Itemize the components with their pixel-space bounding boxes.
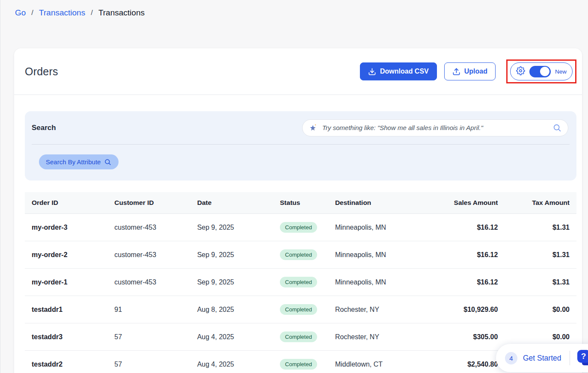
column-header: Status [273,192,328,214]
cell-sales-amount: $16.12 [433,241,505,269]
search-panel: Search [25,111,576,181]
breadcrumb-separator: / [91,9,93,17]
cell-status: Completed [273,296,328,323]
breadcrumb-separator: / [31,9,33,17]
table-row[interactable]: testaddr191Aug 8, 2025CompletedRochester… [25,296,576,323]
search-header-row: Search [25,111,576,144]
column-header: Order ID [25,192,107,214]
search-submit-icon[interactable] [552,123,562,133]
cell-date: Aug 4, 2025 [190,323,273,351]
cell-destination: Minneapolis, MN [328,269,433,296]
status-badge: Completed [280,359,317,370]
cell-destination: Rochester, NY [328,296,433,323]
upload-button[interactable]: Upload [444,62,496,80]
table-row[interactable]: my-order-2customer-453Sep 9, 2025Complet… [25,241,576,269]
cell-customer-id: customer-453 [107,214,190,241]
breadcrumb-link-go[interactable]: Go [15,8,26,18]
search-attribute-row: Search By Attribute [25,145,576,181]
page-title: Orders [25,65,58,78]
cell-order-id: testaddr3 [25,323,107,351]
table-row[interactable]: my-order-1customer-453Sep 9, 2025Complet… [25,269,576,296]
column-header: Sales Amount [433,192,505,214]
gear-icon[interactable] [516,66,525,77]
cell-customer-id: 91 [107,296,190,323]
cell-status: Completed [273,269,328,296]
cell-destination: Middletown, CT [328,351,433,373]
cell-customer-id: customer-453 [107,241,190,269]
ai-sparkle-icon [309,123,318,133]
get-started-widget[interactable]: 4 Get Started ? [496,344,588,372]
cell-order-id: my-order-3 [25,214,107,241]
column-header: Date [190,192,273,214]
widget-divider [570,351,570,365]
download-csv-button[interactable]: Download CSV [360,62,437,80]
cell-date: Sep 9, 2025 [190,214,273,241]
cell-tax-amount: $1.31 [505,214,576,241]
cell-status: Completed [273,241,328,269]
cell-order-id: my-order-2 [25,241,107,269]
ai-search [302,119,568,136]
new-view-toggle[interactable] [529,66,551,77]
orders-card: Orders Download CSV Upload [14,48,582,373]
cell-destination: Minneapolis, MN [328,241,433,269]
highlight-rectangle: New [506,59,576,83]
upload-icon [452,68,460,76]
cell-destination: Rochester, NY [328,323,433,351]
table-row[interactable]: my-order-3customer-453Sep 9, 2025Complet… [25,214,576,241]
cell-status: Completed [273,351,328,373]
cell-sales-amount: $305.00 [433,323,505,351]
upload-label: Upload [464,68,487,75]
search-by-attribute-button[interactable]: Search By Attribute [39,154,119,169]
toggle-knob [540,67,549,76]
cell-order-id: testaddr2 [25,351,107,373]
get-started-count-badge: 4 [505,352,517,364]
cell-status: Completed [273,323,328,351]
breadcrumb-link-transactions[interactable]: Transactions [39,8,85,18]
download-icon [368,68,376,76]
cell-sales-amount: $10,929.60 [433,296,505,323]
cell-order-id: my-order-1 [25,269,107,296]
table-header: Order IDCustomer IDDateStatusDestination… [25,192,576,214]
card-header: Orders Download CSV Upload [14,48,582,95]
cell-destination: Minneapolis, MN [328,214,433,241]
breadcrumb-current: Transactions [98,8,145,18]
status-badge: Completed [280,249,317,260]
help-chat-icon[interactable]: ? [577,350,588,366]
cell-date: Sep 9, 2025 [190,241,273,269]
question-mark-icon: ? [577,350,588,363]
status-badge: Completed [280,304,317,315]
cell-customer-id: 57 [107,323,190,351]
status-badge: Completed [280,332,317,342]
column-header: Destination [328,192,433,214]
search-icon [104,158,112,166]
search-title: Search [32,124,56,132]
cell-status: Completed [273,214,328,241]
cell-sales-amount: $2,540.80 [433,351,505,373]
table-row[interactable]: testaddr257Aug 4, 2025CompletedMiddletow… [25,351,576,373]
new-toggle-label: New [555,68,567,75]
cell-sales-amount: $16.12 [433,269,505,296]
header-actions: Download CSV Upload [360,59,576,83]
column-header: Customer ID [107,192,190,214]
orders-table: Order IDCustomer IDDateStatusDestination… [25,192,576,373]
get-started-label[interactable]: Get Started [523,354,561,363]
cell-sales-amount: $16.12 [433,214,505,241]
cell-date: Sep 9, 2025 [190,269,273,296]
cell-tax-amount: $1.31 [505,269,576,296]
table-row[interactable]: testaddr357Aug 4, 2025CompletedRochester… [25,323,576,351]
status-badge: Completed [280,222,317,233]
cell-customer-id: customer-453 [107,269,190,296]
cell-order-id: testaddr1 [25,296,107,323]
cell-tax-amount: $1.31 [505,241,576,269]
search-by-attribute-label: Search By Attribute [46,158,101,166]
new-view-toggle-group: New [510,62,573,80]
cell-tax-amount: $0.00 [505,296,576,323]
download-csv-label: Download CSV [380,68,429,75]
status-badge: Completed [280,277,317,287]
cell-customer-id: 57 [107,351,190,373]
cell-date: Aug 8, 2025 [190,296,273,323]
search-input[interactable] [302,119,568,136]
column-header: Tax Amount [505,192,576,214]
cell-date: Aug 4, 2025 [190,351,273,373]
breadcrumb: Go / Transactions / Transactions [0,0,588,18]
